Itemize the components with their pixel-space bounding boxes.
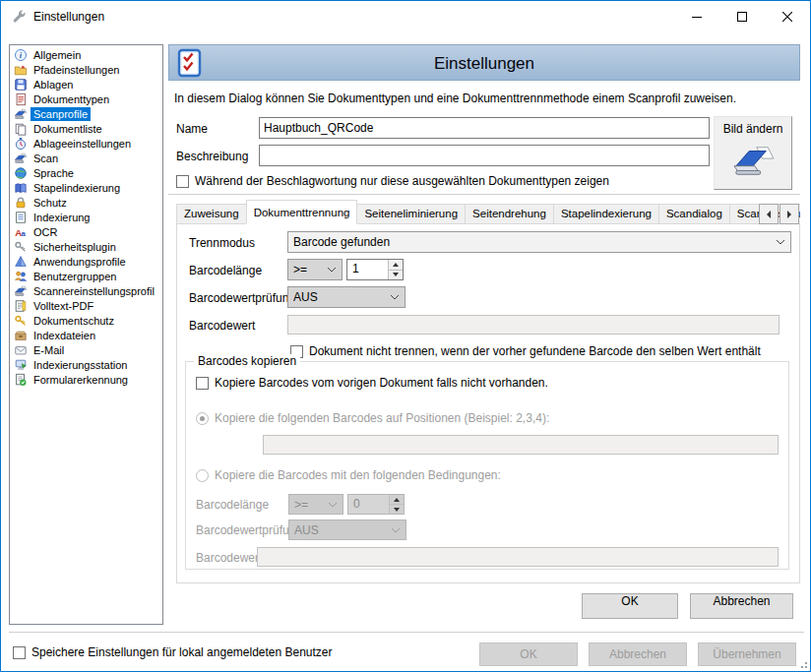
sidebar-item-scan[interactable]: Scan <box>11 151 162 165</box>
description-input[interactable] <box>259 145 710 166</box>
arrow-right-icon <box>787 211 795 218</box>
sidebar-item-ablagen[interactable]: Ablagen <box>11 77 162 92</box>
chevron-down-icon <box>776 239 785 245</box>
ocr-letters-icon: Aa <box>13 224 28 239</box>
sidebar-item-label: Indexierungsstation <box>31 358 130 372</box>
sidebar-item-label: Scan <box>31 152 61 165</box>
cancel-button[interactable]: Abbrechen <box>690 593 793 619</box>
name-input[interactable] <box>259 117 710 139</box>
sidebar-item-indexdateien[interactable]: Indexdateien <box>11 328 162 342</box>
main-panel: Einstellungen In diesem Dialog können Si… <box>168 44 800 625</box>
sidebar-item-dokumentliste[interactable]: Dokumentliste <box>11 121 162 136</box>
trennmodus-label: Trennmodus <box>189 236 255 250</box>
barcodelaenge-op-select-disabled: >= <box>288 494 343 515</box>
scanner-icon <box>730 142 776 179</box>
maximize-button[interactable] <box>719 1 765 31</box>
sidebar-item-label: Scannereinstellungsprofil <box>31 284 157 298</box>
sidebar-item-pfadeinstellungen[interactable]: Pfadeinstellungen <box>11 62 162 77</box>
copy-positions-radio: Kopiere die folgenden Barcodes auf Posit… <box>196 411 549 425</box>
maximize-icon <box>737 12 747 22</box>
arrow-down-icon <box>394 508 400 515</box>
tab-scroll-left-button[interactable] <box>759 204 779 224</box>
radio-label: Kopiere die folgenden Barcodes auf Posit… <box>215 411 549 425</box>
tab-zuweisung[interactable]: Zuweisung <box>176 204 247 224</box>
name-label: Name <box>176 122 208 136</box>
wertpruefung-value: AUS <box>293 290 390 304</box>
sidebar-item-ablageeinstellungen[interactable]: Ablageeinstellungen <box>11 136 162 151</box>
sidebar-item-indexierungsstation[interactable]: Indexierungsstation <box>11 357 162 372</box>
minimize-button[interactable] <box>674 1 719 31</box>
globe-icon <box>13 165 28 180</box>
arrow-up-icon <box>393 260 399 267</box>
tab-scroll-right-button[interactable] <box>780 204 799 224</box>
sidebar-item-formularerkennung[interactable]: Formularerkennung <box>11 372 162 387</box>
sidebar-item-label: Indexdateien <box>31 329 98 342</box>
tab-seiteneliminierung[interactable]: Seiteneliminierung <box>356 204 466 224</box>
description-label: Beschreibung <box>176 150 248 163</box>
barcodewert-input-disabled <box>257 547 779 567</box>
barcodelaenge-spinner-disabled: 0 <box>347 494 405 515</box>
no-split-checkbox[interactable]: Dokument nicht trennen, wenn der vorher … <box>290 344 761 358</box>
sidebar-item-dokumenttypen[interactable]: Dokumenttypen <box>11 92 162 106</box>
wertpruefung-select[interactable]: AUS <box>287 286 406 308</box>
spin-up-button[interactable] <box>389 260 403 270</box>
ok-button[interactable]: OK <box>582 593 678 619</box>
tab-stapelindexierung[interactable]: Stapelindexierung <box>553 204 659 224</box>
save-disk-icon <box>13 77 28 92</box>
chevron-down-icon <box>390 294 400 300</box>
change-image-button[interactable]: Bild ändern <box>714 116 792 190</box>
sidebar-item-indexierung[interactable]: Indexierung <box>11 210 162 224</box>
sidebar-item-label: E-Mail <box>31 343 67 357</box>
checkbox-box <box>13 646 26 659</box>
stopwatch-icon <box>13 136 28 151</box>
info-icon: i <box>13 47 28 62</box>
sidebar-item-volltext-pdf[interactable]: Volltext-PDF <box>11 298 162 313</box>
wertpruefung-label: Barcodewertprüfung <box>196 523 302 537</box>
wertpruefung-value: AUS <box>294 523 391 537</box>
footer-cancel-button: Abbrechen <box>589 642 687 666</box>
sidebar-item-scanprofile[interactable]: Scanprofile <box>11 106 162 121</box>
resize-grip[interactable] <box>797 658 807 668</box>
sidebar-item-schutz[interactable]: Schutz <box>11 195 162 210</box>
spinner-buttons <box>389 495 404 514</box>
checkbox-label: Speichere Einstellungen für lokal angeme… <box>31 645 333 659</box>
close-button[interactable] <box>765 1 810 31</box>
sidebar-item-dokumentschutz[interactable]: Dokumentschutz <box>11 313 162 328</box>
save-local-checkbox[interactable]: Speichere Einstellungen für lokal angeme… <box>13 645 333 659</box>
sidebar-item-allgemein[interactable]: iAllgemein <box>11 47 162 62</box>
wertpruefung-select-disabled: AUS <box>288 519 406 540</box>
wertpruefung-label: Barcodewertprüfung <box>189 291 295 305</box>
wrench-icon <box>10 8 27 25</box>
spin-down-button[interactable] <box>389 270 403 280</box>
sidebar-item-label: Ablagen <box>31 78 76 92</box>
header-banner: Einstellungen <box>168 44 800 81</box>
chevron-down-icon <box>327 267 337 273</box>
barcodelaenge-spinner[interactable]: 1 <box>346 259 404 280</box>
show-doctypes-checkbox[interactable]: Während der Beschlagwortung nur diese au… <box>176 174 609 188</box>
sidebar-item-e-mail[interactable]: E-Mail <box>11 342 162 357</box>
titlebar: Einstellungen <box>1 1 810 31</box>
copy-barcodes-checkbox[interactable]: Kopiere Barcodes vom vorigen Dokument fa… <box>196 376 548 390</box>
barcodelaenge-op-value: >= <box>294 498 328 512</box>
index-list-icon <box>13 210 28 224</box>
sidebar-item-label: OCR <box>31 225 60 239</box>
sidebar-item-sprache[interactable]: Sprache <box>11 165 162 180</box>
sidebar-item-benutzergruppen[interactable]: Benutzergruppen <box>11 269 162 283</box>
sidebar-item-stapelindexierung[interactable]: Stapelindexierung <box>11 180 162 195</box>
workstation-icon <box>13 357 28 372</box>
footer-separator <box>9 632 804 634</box>
checkbox-label: Während der Beschlagwortung nur diese au… <box>195 174 609 188</box>
tab-dokumenttrennung[interactable]: Dokumenttrennung <box>246 200 358 224</box>
sidebar-item-sicherheitsplugin[interactable]: Sicherheitsplugin <box>11 239 162 254</box>
sidebar-item-label: Formularerkennung <box>31 373 131 387</box>
barcodewert-label: Barcodewert <box>189 319 255 333</box>
tab-seitendrehung[interactable]: Seitendrehung <box>465 204 554 224</box>
trennmodus-select[interactable]: Barcode gefunden <box>287 231 791 253</box>
sidebar-item-scannereinstellungsprofil[interactable]: Scannereinstellungsprofil <box>11 283 162 298</box>
sidebar-item-ocr[interactable]: AaOCR <box>11 224 162 239</box>
settings-window: Einstellungen iAllgemeinPfadeinstellunge… <box>0 0 811 672</box>
tab-scandialog[interactable]: Scandialog <box>658 204 730 224</box>
group-title: Barcodes kopieren <box>194 354 300 368</box>
sidebar-item-anwendungsprofile[interactable]: Anwendungsprofile <box>11 254 162 269</box>
barcodelaenge-op-select[interactable]: >= <box>287 259 343 280</box>
